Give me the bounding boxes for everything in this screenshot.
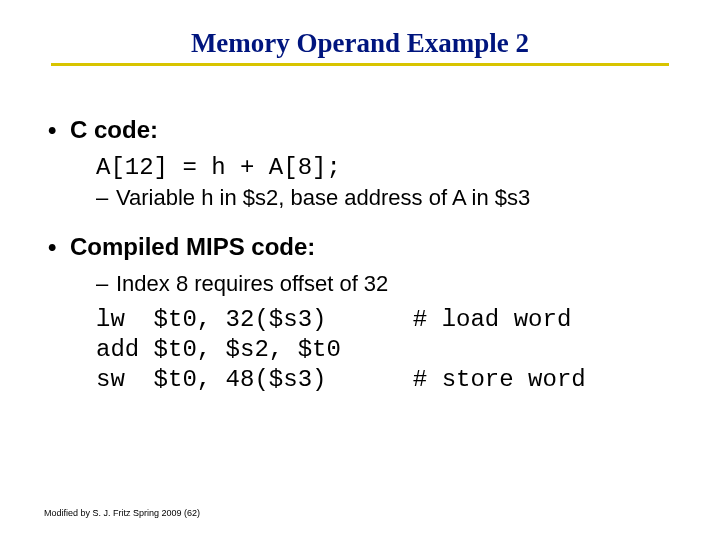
dash-icon: – <box>96 271 116 297</box>
sub-text: Index 8 requires offset of 32 <box>116 271 680 297</box>
section-c-code: • C code: <box>48 116 680 144</box>
section-mips: • Compiled MIPS code: <box>48 233 680 261</box>
c-code-line: A[12] = h + A[8]; <box>96 154 680 181</box>
slide-title: Memory Operand Example 2 <box>51 28 669 66</box>
slide-content: • C code: A[12] = h + A[8]; – Variable h… <box>0 66 720 395</box>
title-bar: Memory Operand Example 2 <box>0 0 720 66</box>
bullet-icon: • <box>48 116 70 144</box>
sub-text: Variable h in $s2, base address of A in … <box>116 185 680 211</box>
c-code-sub: – Variable h in $s2, base address of A i… <box>96 185 680 211</box>
section-heading: C code: <box>70 116 158 144</box>
section-heading: Compiled MIPS code: <box>70 233 315 261</box>
bullet-icon: • <box>48 233 70 261</box>
footer-text: Modified by S. J. Fritz Spring 2009 (62) <box>44 508 200 518</box>
mips-sub: – Index 8 requires offset of 32 <box>96 271 680 297</box>
mips-code: lw $t0, 32($s3) # load word add $t0, $s2… <box>96 305 680 395</box>
dash-icon: – <box>96 185 116 211</box>
